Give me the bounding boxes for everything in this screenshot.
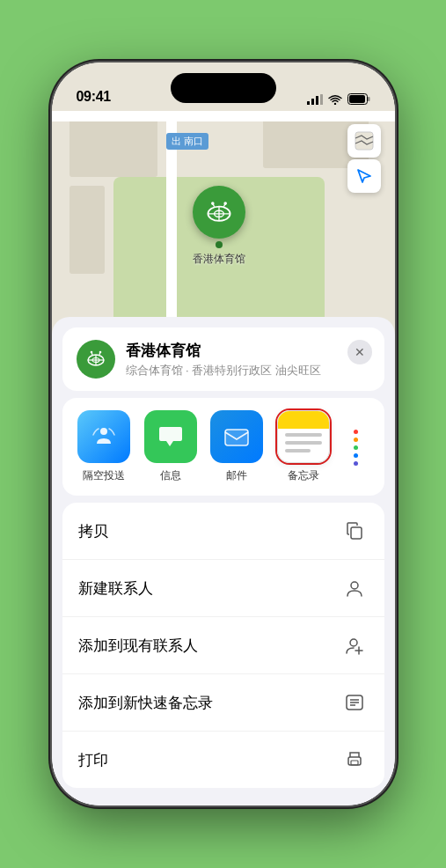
messages-label: 信息 — [160, 468, 181, 483]
action-item-add-contact[interactable]: 添加到现有联系人 — [62, 617, 384, 674]
airdrop-svg — [90, 423, 118, 451]
add-contact-label: 添加到现有联系人 — [78, 636, 198, 656]
svg-rect-8 — [355, 132, 373, 150]
svg-point-24 — [99, 351, 101, 354]
status-time: 09:41 — [77, 89, 111, 105]
battery-icon — [347, 93, 370, 105]
status-bar: 09:41 — [52, 63, 395, 110]
notes-lines — [278, 414, 329, 460]
copy-label: 拷贝 — [78, 521, 108, 541]
stadium-svg-icon — [203, 196, 235, 228]
dot-orange — [354, 438, 358, 442]
note-line-2 — [285, 441, 322, 445]
share-app-airdrop[interactable]: 隔空投送 — [71, 410, 138, 483]
phone-frame: 09:41 — [52, 63, 395, 805]
dot-purple — [354, 461, 358, 466]
svg-point-29 — [350, 639, 357, 646]
label-text: 南口 — [184, 136, 203, 146]
messages-icon — [144, 410, 197, 463]
quick-note-label: 添加到新快速备忘录 — [78, 693, 213, 713]
map-button-group — [347, 124, 381, 193]
svg-rect-26 — [225, 430, 248, 445]
svg-rect-3 — [320, 94, 323, 105]
dot-green — [354, 445, 358, 450]
location-arrow-icon — [355, 167, 373, 185]
new-contact-icon — [340, 574, 369, 602]
note-line-3 — [285, 449, 311, 452]
svg-rect-2 — [316, 96, 318, 105]
mail-svg — [222, 422, 252, 452]
svg-point-15 — [211, 202, 215, 205]
svg-point-23 — [90, 351, 92, 354]
svg-point-25 — [100, 428, 107, 435]
svg-point-4 — [333, 102, 335, 104]
svg-rect-6 — [368, 97, 370, 101]
airdrop-label: 隔空投送 — [83, 468, 125, 483]
more-dots — [354, 421, 358, 474]
pin-icon — [193, 186, 245, 239]
svg-rect-0 — [307, 101, 310, 105]
svg-rect-7 — [349, 95, 365, 103]
phone-screen: 09:41 — [52, 63, 395, 805]
mail-icon — [210, 410, 263, 463]
print-label: 打印 — [78, 750, 108, 770]
notes-label: 备忘录 — [288, 468, 319, 483]
airdrop-icon — [77, 410, 130, 463]
svg-point-16 — [223, 202, 227, 205]
action-item-new-contact[interactable]: 新建联系人 — [62, 560, 384, 617]
copy-icon — [340, 517, 369, 545]
new-contact-label: 新建联系人 — [78, 578, 153, 599]
svg-rect-1 — [311, 99, 314, 105]
map-pin[interactable]: 香港体育馆 — [193, 186, 245, 267]
share-more-button[interactable] — [337, 410, 376, 483]
map-entrance-label: 出 南口 — [166, 133, 208, 150]
label-prefix: 出 — [172, 136, 181, 146]
pin-label: 香港体育馆 — [193, 252, 245, 267]
location-button[interactable] — [347, 159, 381, 193]
action-item-quick-note[interactable]: 添加到新快速备忘录 — [62, 674, 384, 732]
print-icon — [340, 746, 369, 774]
stadium-card-icon — [84, 348, 107, 371]
add-contact-icon — [340, 631, 369, 659]
location-description: 综合体育馆 · 香港特别行政区 油尖旺区 — [126, 363, 370, 379]
share-app-messages[interactable]: 信息 — [137, 410, 204, 483]
map-type-icon — [355, 131, 374, 151]
share-app-mail[interactable]: 邮件 — [204, 410, 271, 483]
share-app-notes[interactable]: 备忘录 — [270, 410, 337, 483]
svg-point-28 — [351, 582, 358, 589]
messages-svg — [156, 422, 186, 452]
signal-icon — [307, 94, 323, 105]
svg-rect-27 — [351, 527, 362, 539]
quick-note-icon — [340, 688, 369, 717]
location-info: 香港体育馆 综合体育馆 · 香港特别行政区 油尖旺区 — [126, 341, 370, 379]
dot-red — [354, 430, 358, 434]
close-button[interactable]: ✕ — [347, 340, 372, 364]
share-apps-row: 隔空投送 信息 — [62, 398, 384, 496]
location-card-icon — [77, 340, 115, 379]
note-line-1 — [285, 433, 322, 437]
notes-icon — [277, 410, 330, 463]
map-type-button[interactable] — [347, 124, 381, 158]
location-name: 香港体育馆 — [126, 341, 370, 361]
status-icons — [307, 93, 370, 105]
action-list: 拷贝 新建联系人 — [62, 503, 384, 788]
dot-blue — [354, 453, 358, 458]
pin-dot — [216, 241, 223, 248]
mail-label: 邮件 — [226, 468, 247, 483]
action-item-print[interactable]: 打印 — [62, 732, 384, 788]
action-item-copy[interactable]: 拷贝 — [62, 503, 384, 560]
notes-highlight-border — [277, 410, 330, 463]
bottom-sheet: 香港体育馆 综合体育馆 · 香港特别行政区 油尖旺区 ✕ — [52, 317, 395, 805]
location-card: 香港体育馆 综合体育馆 · 香港特别行政区 油尖旺区 ✕ — [62, 327, 384, 391]
wifi-icon — [328, 94, 342, 105]
